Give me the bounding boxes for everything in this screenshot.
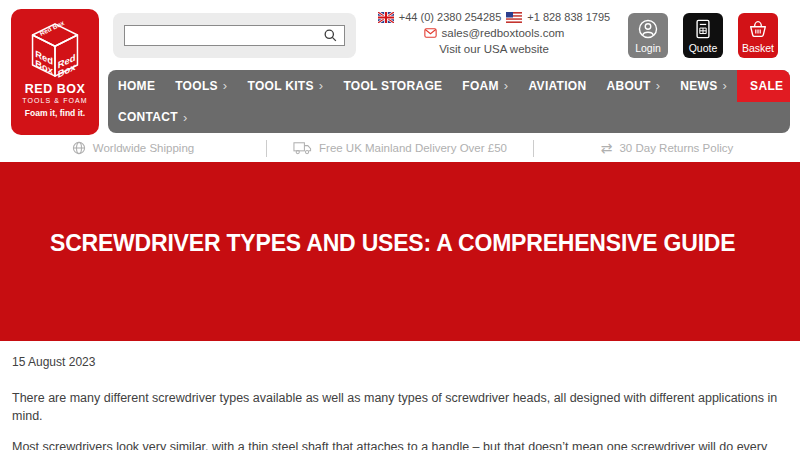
nav-item-aviation[interactable]: AVIATION	[519, 70, 597, 102]
nav-row-2: CONTACT›	[108, 102, 790, 134]
basket-button[interactable]: Basket	[738, 13, 778, 58]
email-icon	[424, 28, 437, 38]
nav-item-label: ABOUT	[606, 79, 650, 93]
login-button[interactable]: Login	[628, 13, 668, 58]
user-icon	[637, 18, 659, 40]
usa-website-link[interactable]: Visit our USA website	[439, 43, 549, 55]
chevron-right-icon: ›	[319, 79, 324, 92]
nav-item-label: AVIATION	[529, 79, 587, 93]
nav-item-tools[interactable]: TOOLS›	[165, 70, 237, 102]
chevron-right-icon: ›	[656, 79, 661, 92]
logo-title: RED BOX	[25, 82, 85, 96]
nav-item-label: CONTACT	[118, 110, 178, 124]
redbox-logo[interactable]: Red Box Red Box Red Box RED BOX TOOLS & …	[11, 9, 99, 135]
basket-label: Basket	[742, 42, 774, 54]
us-flag-icon	[506, 12, 522, 23]
returns-arrows-icon: ⇄	[601, 141, 613, 155]
chevron-right-icon: ›	[183, 111, 188, 124]
nav-item-label: SALE	[750, 79, 783, 93]
search-bar	[113, 13, 356, 58]
feature-label: Free UK Mainland Delivery Over £50	[319, 142, 507, 154]
feature-worldwide-shipping: Worldwide Shipping	[0, 141, 266, 155]
nav-item-label: TOOL STORAGE	[343, 79, 442, 93]
nav-item-label: HOME	[118, 79, 155, 93]
nav-item-foam[interactable]: FOAM›	[452, 70, 518, 102]
header-actions: Login Quote Basket	[628, 13, 778, 58]
nav-item-about[interactable]: ABOUT›	[596, 70, 670, 102]
chevron-right-icon: ›	[722, 79, 727, 92]
search-icon	[323, 28, 338, 43]
nav-item-tool-storage[interactable]: TOOL STORAGE	[333, 70, 452, 102]
basket-icon	[747, 18, 769, 40]
hero-banner: SCREWDRIVER TYPES AND USES: A COMPREHENS…	[0, 162, 800, 341]
globe-icon	[72, 141, 86, 155]
logo-subtitle: TOOLS & FOAM	[22, 97, 88, 104]
page-title: SCREWDRIVER TYPES AND USES: A COMPREHENS…	[50, 230, 735, 257]
feature-label: 30 Day Returns Policy	[619, 142, 733, 154]
chevron-right-icon: ›	[504, 79, 509, 92]
quote-document-icon	[693, 18, 713, 40]
article-paragraph: Most screwdrivers look very similar, wit…	[12, 439, 788, 450]
article-date: 15 August 2023	[12, 355, 788, 369]
email-link[interactable]: sales@redboxtools.com	[442, 27, 565, 39]
search-input[interactable]	[131, 27, 323, 44]
uk-flag-icon	[378, 12, 394, 23]
nav-item-home[interactable]: HOME	[108, 70, 165, 102]
main-nav: HOMETOOLS›TOOL KITS›TOOL STORAGEFOAM›AVI…	[108, 70, 790, 133]
feature-returns-policy: ⇄ 30 Day Returns Policy	[534, 141, 800, 155]
contact-block: +44 (0) 2380 254285 +1 828 838 1795 sale…	[368, 11, 620, 55]
nav-row-1: HOMETOOLS›TOOL KITS›TOOL STORAGEFOAM›AVI…	[108, 70, 790, 102]
logo-tagline: Foam it, find it.	[25, 108, 85, 118]
features-strip: Worldwide Shipping Free UK Mainland Deli…	[0, 136, 800, 160]
us-phone-link[interactable]: +1 828 838 1795	[527, 11, 610, 23]
nav-item-contact[interactable]: CONTACT›	[108, 102, 198, 134]
quote-label: Quote	[689, 42, 718, 54]
nav-item-news[interactable]: NEWS›	[670, 70, 737, 102]
search-button[interactable]	[323, 28, 338, 43]
article-body: 15 August 2023 There are many different …	[0, 341, 800, 450]
nav-item-label: TOOLS	[175, 79, 218, 93]
redbox-cube-icon: Red Box Red Box Red Box	[26, 21, 84, 79]
article-paragraph: There are many different screwdriver typ…	[12, 390, 788, 425]
nav-item-label: FOAM	[462, 79, 499, 93]
delivery-truck-icon	[293, 141, 312, 155]
nav-item-tool-kits[interactable]: TOOL KITS›	[237, 70, 333, 102]
nav-item-label: TOOL KITS	[247, 79, 313, 93]
nav-item-label: NEWS	[680, 79, 717, 93]
login-label: Login	[635, 42, 661, 54]
quote-button[interactable]: Quote	[683, 13, 723, 58]
site-header: Red Box Red Box Red Box RED BOX TOOLS & …	[0, 0, 800, 162]
svg-text:Red Box: Red Box	[38, 21, 65, 37]
feature-free-delivery: Free UK Mainland Delivery Over £50	[267, 141, 533, 155]
uk-phone-link[interactable]: +44 (0) 2380 254285	[399, 11, 501, 23]
feature-label: Worldwide Shipping	[93, 142, 194, 154]
chevron-right-icon: ›	[223, 79, 228, 92]
nav-item-sale[interactable]: SALE	[737, 70, 790, 102]
